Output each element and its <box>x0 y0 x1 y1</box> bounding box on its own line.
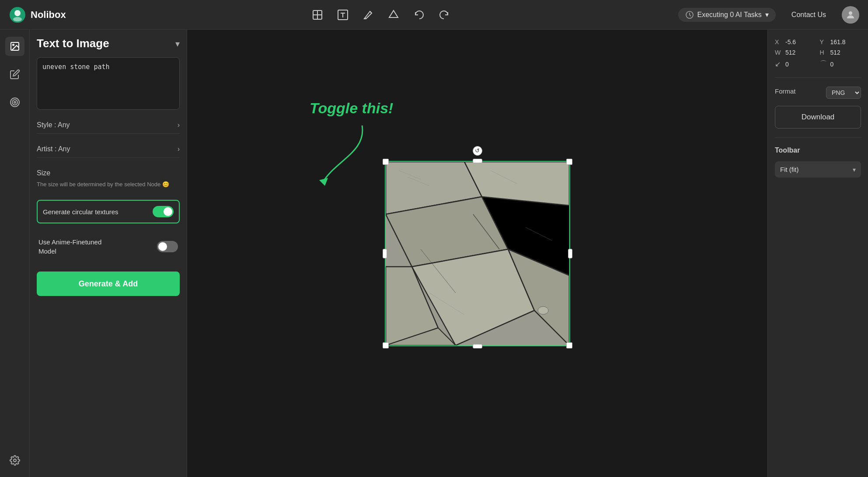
circular-toggle-knob <box>164 207 172 216</box>
generate-add-button[interactable]: Generate & Add <box>37 272 180 296</box>
circular-toggle-switch[interactable] <box>153 206 174 217</box>
sidebar-settings-button[interactable] <box>5 451 24 470</box>
app-name: Nolibox <box>31 9 66 21</box>
y-label: Y <box>820 38 828 45</box>
annotation-overlay: Toggle this! <box>310 100 397 188</box>
svg-line-9 <box>370 11 372 13</box>
images-icon <box>10 41 20 52</box>
anime-toggle-label: Use Anime-Finetuned Model <box>38 237 101 256</box>
ai-tasks-chevron: ▾ <box>765 10 769 19</box>
coord-h: H 512 <box>820 49 861 56</box>
draw-tool-button[interactable] <box>359 6 377 24</box>
artist-option-row[interactable]: Artist : Any › <box>37 141 180 158</box>
circular-toggle-label: Generate circular textures <box>43 208 119 216</box>
download-button[interactable]: Download <box>775 106 861 129</box>
format-section: Format PNG JPG SVG WEBP <box>775 87 861 99</box>
w-label: W <box>775 49 783 56</box>
artist-chevron-icon: › <box>178 145 180 153</box>
right-divider-2 <box>775 137 861 138</box>
style-label: Style : Any <box>37 121 70 129</box>
main-layout: Text to Image ▾ Style : Any › Artist : A… <box>0 30 868 477</box>
format-row: Format PNG JPG SVG WEBP <box>775 87 861 99</box>
coord-radius: ⌒ 0 <box>820 59 861 69</box>
canvas-image <box>386 162 569 345</box>
rotate-handle[interactable]: ↺ <box>473 146 482 156</box>
panel-sidebar: Text to Image ▾ Style : Any › Artist : A… <box>30 30 187 477</box>
coord-y: Y 161.8 <box>820 38 861 45</box>
fit-select-row[interactable]: Fit (fit) ▾ <box>775 161 861 178</box>
x-value: -5.6 <box>785 38 796 45</box>
panel-title: Text to Image <box>37 37 109 50</box>
undo-button[interactable] <box>410 6 428 24</box>
circular-toggle-row: Generate circular textures <box>37 200 180 223</box>
sidebar-target-button[interactable] <box>5 93 24 112</box>
target-icon <box>10 97 20 108</box>
size-section: Size The size will be determined by the … <box>37 165 180 193</box>
topbar-right: Executing 0 AI Tasks ▾ Contact Us <box>678 6 859 24</box>
svg-point-14 <box>13 44 14 45</box>
h-label: H <box>820 49 828 56</box>
svg-marker-10 <box>389 10 398 17</box>
settings-icon <box>10 455 20 466</box>
add-frame-button[interactable] <box>309 6 326 24</box>
avatar-icon <box>845 10 856 20</box>
ai-tasks-text: Executing 0 AI Tasks <box>697 11 762 19</box>
radius-value: 0 <box>830 61 834 68</box>
radius-label: ⌒ <box>820 59 828 69</box>
logo-area: Nolibox <box>9 6 66 24</box>
annotation-arrow-svg <box>310 117 397 187</box>
style-chevron-icon: › <box>178 121 180 129</box>
icon-sidebar <box>0 30 30 477</box>
coord-w: W 512 <box>775 49 816 56</box>
svg-point-12 <box>849 11 852 15</box>
format-select[interactable]: PNG JPG SVG WEBP <box>826 87 861 99</box>
toolbar-label: Toolbar <box>775 146 861 154</box>
right-divider-1 <box>775 77 861 78</box>
svg-marker-19 <box>319 178 328 186</box>
format-label: Format <box>775 87 796 95</box>
anime-toggle-knob <box>158 242 167 251</box>
svg-point-2 <box>13 17 22 21</box>
corner-value: 0 <box>785 61 789 68</box>
anime-toggle-switch[interactable] <box>157 241 178 252</box>
fit-value: Fit (fit) <box>780 166 799 173</box>
artist-label: Artist : Any <box>37 145 70 153</box>
sidebar-edit-button[interactable] <box>5 65 24 84</box>
edit-icon <box>10 69 20 80</box>
panel-chevron-icon: ▾ <box>175 38 180 49</box>
svg-point-17 <box>14 101 16 103</box>
user-avatar[interactable] <box>842 6 859 24</box>
topbar-tools <box>84 6 678 24</box>
right-panel: X -5.6 Y 161.8 W 512 H 512 ↙ 0 ⌒ 0 <box>767 30 868 477</box>
size-note: The size will be determined by the selec… <box>37 181 180 188</box>
canvas-image-container: ↺ <box>386 162 569 345</box>
redo-button[interactable] <box>436 6 453 24</box>
coord-corner: ↙ 0 <box>775 59 816 69</box>
stone-texture-svg <box>386 162 569 345</box>
clock-icon <box>685 10 694 19</box>
svg-point-16 <box>12 100 17 105</box>
nolibox-logo-icon <box>9 6 26 24</box>
contact-us-button[interactable]: Contact Us <box>784 7 833 22</box>
h-value: 512 <box>830 49 840 56</box>
y-value: 161.8 <box>830 38 846 45</box>
prompt-input[interactable] <box>37 57 180 110</box>
style-option-row[interactable]: Style : Any › <box>37 117 180 134</box>
panel-header[interactable]: Text to Image ▾ <box>37 37 180 50</box>
shape-tool-button[interactable] <box>385 6 402 24</box>
sidebar-images-button[interactable] <box>5 37 24 56</box>
annotation-text: Toggle this! <box>310 100 397 117</box>
topbar: Nolibox <box>0 0 868 30</box>
size-label: Size <box>37 169 180 177</box>
text-tool-button[interactable] <box>334 6 352 24</box>
canvas-area[interactable]: Toggle this! <box>187 30 767 477</box>
coord-x: X -5.6 <box>775 38 816 45</box>
fit-chevron-icon: ▾ <box>853 166 856 173</box>
svg-point-18 <box>14 459 16 462</box>
ai-tasks-indicator[interactable]: Executing 0 AI Tasks ▾ <box>678 8 776 22</box>
x-label: X <box>775 38 783 45</box>
corner-label: ↙ <box>775 60 783 68</box>
w-value: 512 <box>785 49 795 56</box>
svg-point-1 <box>14 10 21 16</box>
anime-toggle-row: Use Anime-Finetuned Model <box>37 232 180 261</box>
